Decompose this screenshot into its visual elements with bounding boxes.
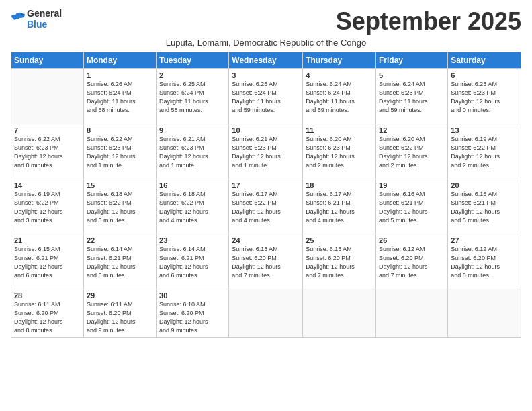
day-info: Sunrise: 6:12 AM Sunset: 6:20 PM Dayligh…: [451, 245, 518, 280]
day-number: 7: [14, 126, 81, 134]
calendar-cell: 26Sunrise: 6:12 AM Sunset: 6:20 PM Dayli…: [376, 234, 448, 289]
day-number: 15: [87, 181, 153, 189]
day-header-monday: Monday: [83, 52, 156, 68]
calendar-cell: 19Sunrise: 6:16 AM Sunset: 6:21 PM Dayli…: [376, 179, 448, 234]
logo: General Blue: [11, 8, 62, 30]
calendar-cell: 29Sunrise: 6:11 AM Sunset: 6:20 PM Dayli…: [83, 289, 156, 337]
day-info: Sunrise: 6:23 AM Sunset: 6:23 PM Dayligh…: [451, 80, 518, 115]
day-number: 24: [232, 236, 300, 244]
day-number: 23: [159, 236, 226, 244]
day-number: 20: [451, 181, 518, 189]
day-info: Sunrise: 6:17 AM Sunset: 6:21 PM Dayligh…: [306, 190, 373, 225]
calendar-cell: [376, 289, 448, 337]
day-number: 8: [87, 126, 153, 134]
day-info: Sunrise: 6:11 AM Sunset: 6:20 PM Dayligh…: [87, 300, 153, 335]
day-info: Sunrise: 6:24 AM Sunset: 6:24 PM Dayligh…: [306, 80, 373, 115]
day-info: Sunrise: 6:17 AM Sunset: 6:22 PM Dayligh…: [232, 190, 300, 225]
day-info: Sunrise: 6:22 AM Sunset: 6:23 PM Dayligh…: [14, 135, 81, 170]
day-number: 4: [306, 71, 373, 79]
calendar-cell: [11, 68, 84, 124]
calendar-cell: 24Sunrise: 6:13 AM Sunset: 6:20 PM Dayli…: [229, 234, 303, 289]
day-info: Sunrise: 6:24 AM Sunset: 6:23 PM Dayligh…: [379, 80, 445, 115]
day-header-friday: Friday: [376, 52, 448, 68]
calendar-cell: 8Sunrise: 6:22 AM Sunset: 6:23 PM Daylig…: [83, 124, 156, 179]
day-info: Sunrise: 6:18 AM Sunset: 6:22 PM Dayligh…: [159, 190, 226, 225]
calendar-cell: 1Sunrise: 6:26 AM Sunset: 6:24 PM Daylig…: [83, 68, 156, 124]
calendar-cell: 23Sunrise: 6:14 AM Sunset: 6:21 PM Dayli…: [157, 234, 229, 289]
logo-bird-icon: [11, 11, 26, 24]
day-number: 19: [379, 181, 445, 189]
day-info: Sunrise: 6:15 AM Sunset: 6:21 PM Dayligh…: [14, 245, 81, 280]
day-header-sunday: Sunday: [11, 52, 84, 68]
calendar-cell: 17Sunrise: 6:17 AM Sunset: 6:22 PM Dayli…: [229, 179, 303, 234]
calendar-cell: 12Sunrise: 6:20 AM Sunset: 6:22 PM Dayli…: [376, 124, 448, 179]
day-info: Sunrise: 6:20 AM Sunset: 6:22 PM Dayligh…: [379, 135, 445, 170]
calendar-cell: 27Sunrise: 6:12 AM Sunset: 6:20 PM Dayli…: [448, 234, 521, 289]
calendar-cell: 25Sunrise: 6:13 AM Sunset: 6:20 PM Dayli…: [303, 234, 376, 289]
calendar-cell: 11Sunrise: 6:20 AM Sunset: 6:23 PM Dayli…: [303, 124, 376, 179]
calendar-cell: 16Sunrise: 6:18 AM Sunset: 6:22 PM Dayli…: [157, 179, 229, 234]
calendar-cell: 22Sunrise: 6:14 AM Sunset: 6:21 PM Dayli…: [83, 234, 156, 289]
day-info: Sunrise: 6:26 AM Sunset: 6:24 PM Dayligh…: [87, 80, 153, 115]
day-number: 12: [379, 126, 445, 134]
day-header-wednesday: Wednesday: [229, 52, 303, 68]
day-info: Sunrise: 6:13 AM Sunset: 6:20 PM Dayligh…: [306, 245, 373, 280]
day-info: Sunrise: 6:21 AM Sunset: 6:23 PM Dayligh…: [232, 135, 300, 170]
logo-blue: Blue: [27, 19, 47, 30]
day-info: Sunrise: 6:11 AM Sunset: 6:20 PM Dayligh…: [14, 300, 81, 335]
calendar-cell: 2Sunrise: 6:25 AM Sunset: 6:24 PM Daylig…: [157, 68, 229, 124]
day-number: 13: [451, 126, 518, 134]
day-number: 28: [14, 291, 81, 300]
day-info: Sunrise: 6:25 AM Sunset: 6:24 PM Dayligh…: [232, 80, 300, 115]
day-header-thursday: Thursday: [303, 52, 376, 68]
day-number: 1: [87, 71, 153, 79]
calendar-cell: 10Sunrise: 6:21 AM Sunset: 6:23 PM Dayli…: [229, 124, 303, 179]
logo-general: General: [27, 8, 62, 19]
day-number: 3: [232, 71, 300, 79]
calendar-cell: [229, 289, 303, 337]
day-info: Sunrise: 6:22 AM Sunset: 6:23 PM Dayligh…: [87, 135, 153, 170]
calendar-cell: 15Sunrise: 6:18 AM Sunset: 6:22 PM Dayli…: [83, 179, 156, 234]
day-number: 14: [14, 181, 81, 189]
day-number: 30: [159, 291, 226, 300]
calendar-cell: 6Sunrise: 6:23 AM Sunset: 6:23 PM Daylig…: [448, 68, 521, 124]
title-section: September 2025: [336, 8, 521, 35]
calendar-cell: [303, 289, 376, 337]
calendar-cell: 30Sunrise: 6:10 AM Sunset: 6:20 PM Dayli…: [157, 289, 229, 337]
day-info: Sunrise: 6:13 AM Sunset: 6:20 PM Dayligh…: [232, 245, 300, 280]
calendar-cell: 7Sunrise: 6:22 AM Sunset: 6:23 PM Daylig…: [11, 124, 84, 179]
day-number: 25: [306, 236, 373, 244]
day-number: 26: [379, 236, 445, 244]
subtitle: Luputa, Lomami, Democratic Republic of t…: [11, 38, 521, 48]
day-number: 27: [451, 236, 518, 244]
day-number: 10: [232, 126, 300, 134]
calendar-cell: [448, 289, 521, 337]
day-number: 11: [306, 126, 373, 134]
day-number: 6: [451, 71, 518, 79]
day-info: Sunrise: 6:12 AM Sunset: 6:20 PM Dayligh…: [379, 245, 445, 280]
day-number: 17: [232, 181, 300, 189]
day-header-saturday: Saturday: [448, 52, 521, 68]
month-title: September 2025: [336, 8, 521, 35]
calendar-cell: 13Sunrise: 6:19 AM Sunset: 6:22 PM Dayli…: [448, 124, 521, 179]
day-number: 18: [306, 181, 373, 189]
day-number: 2: [159, 71, 226, 79]
calendar-cell: 5Sunrise: 6:24 AM Sunset: 6:23 PM Daylig…: [376, 68, 448, 124]
day-info: Sunrise: 6:19 AM Sunset: 6:22 PM Dayligh…: [451, 135, 518, 170]
calendar-cell: 9Sunrise: 6:21 AM Sunset: 6:23 PM Daylig…: [157, 124, 229, 179]
day-number: 21: [14, 236, 81, 244]
day-info: Sunrise: 6:16 AM Sunset: 6:21 PM Dayligh…: [379, 190, 445, 225]
calendar-cell: 18Sunrise: 6:17 AM Sunset: 6:21 PM Dayli…: [303, 179, 376, 234]
day-info: Sunrise: 6:19 AM Sunset: 6:22 PM Dayligh…: [14, 190, 81, 225]
calendar-cell: 21Sunrise: 6:15 AM Sunset: 6:21 PM Dayli…: [11, 234, 84, 289]
day-info: Sunrise: 6:14 AM Sunset: 6:21 PM Dayligh…: [87, 245, 153, 280]
calendar-cell: 4Sunrise: 6:24 AM Sunset: 6:24 PM Daylig…: [303, 68, 376, 124]
day-number: 9: [159, 126, 226, 134]
day-info: Sunrise: 6:14 AM Sunset: 6:21 PM Dayligh…: [159, 245, 226, 280]
calendar-cell: 3Sunrise: 6:25 AM Sunset: 6:24 PM Daylig…: [229, 68, 303, 124]
day-header-tuesday: Tuesday: [157, 52, 229, 68]
day-number: 16: [159, 181, 226, 189]
day-info: Sunrise: 6:10 AM Sunset: 6:20 PM Dayligh…: [159, 300, 226, 335]
day-info: Sunrise: 6:18 AM Sunset: 6:22 PM Dayligh…: [87, 190, 153, 225]
day-info: Sunrise: 6:25 AM Sunset: 6:24 PM Dayligh…: [159, 80, 226, 115]
